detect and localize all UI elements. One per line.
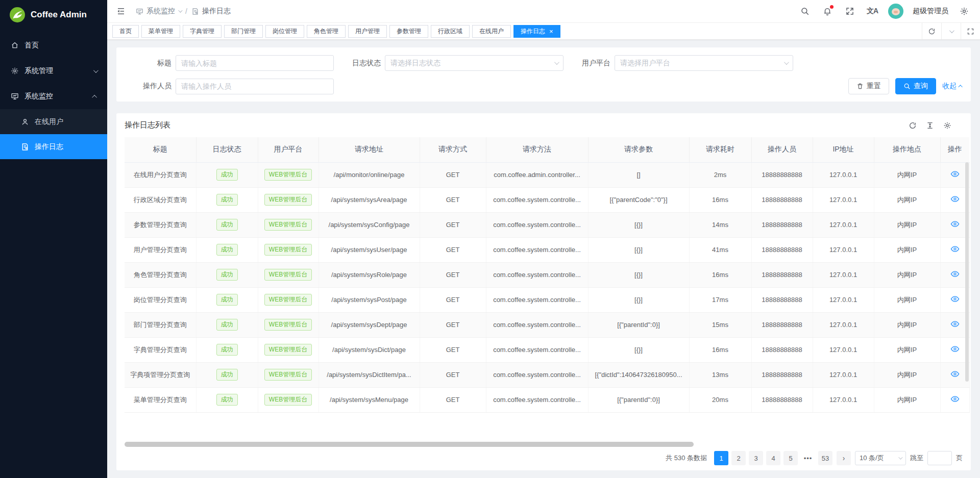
eye-icon[interactable]: [950, 319, 960, 329]
eye-icon[interactable]: [950, 244, 960, 254]
cell-platform: WEB管理后台: [258, 237, 318, 262]
sidebar-menu: 首页 系统管理 系统监控: [0, 30, 107, 478]
page-button[interactable]: 53: [818, 451, 832, 465]
cell-url: /api/system/sysPost/page: [318, 287, 420, 312]
log-icon: [191, 8, 199, 15]
page-button[interactable]: •••: [801, 451, 815, 465]
cell-method: GET: [420, 387, 486, 412]
refresh-icon[interactable]: [908, 120, 918, 131]
logo[interactable]: Coffee Admin: [0, 0, 107, 30]
tab[interactable]: 参数管理 ×: [389, 25, 428, 38]
vertical-scrollbar[interactable]: [965, 162, 969, 382]
breadcrumb-parent[interactable]: 系统监控: [136, 7, 181, 16]
table-row[interactable]: 菜单管理分页查询 成功 WEB管理后台 /api/system/sysMenu/…: [125, 387, 969, 412]
table-row[interactable]: 角色管理分页查询 成功 WEB管理后台 /api/system/sysRole/…: [125, 262, 969, 287]
tab[interactable]: 角色管理 ×: [307, 25, 346, 38]
cell-method: GET: [420, 212, 486, 237]
tab[interactable]: 行政区域 ×: [431, 25, 470, 38]
tab[interactable]: 岗位管理 ×: [265, 25, 304, 38]
title-input[interactable]: [176, 55, 334, 71]
density-icon[interactable]: [925, 120, 935, 131]
eye-icon[interactable]: [950, 219, 960, 229]
cell-duration: 13ms: [689, 362, 751, 387]
page-size-select[interactable]: 10 条/页: [855, 451, 906, 465]
tab[interactable]: 字典管理 ×: [183, 25, 222, 38]
cell-params: [{}]: [588, 287, 689, 312]
table-toolbar: [908, 120, 963, 131]
close-icon[interactable]: ×: [549, 28, 553, 35]
page-button[interactable]: 1: [714, 451, 728, 465]
table-row[interactable]: 字典管理分页查询 成功 WEB管理后台 /api/system/sysDict/…: [125, 337, 969, 362]
sidebar-item-online-users[interactable]: 在线用户: [0, 109, 107, 134]
column-header: 请求方法: [486, 137, 588, 162]
reset-button[interactable]: 重置: [848, 78, 889, 94]
operator-label: 操作人员: [125, 82, 176, 91]
avatar[interactable]: [888, 4, 903, 19]
bell-icon[interactable]: [821, 5, 834, 18]
page-button[interactable]: 2: [731, 451, 746, 465]
sidebar-item-system-monitor[interactable]: 系统监控: [0, 84, 107, 109]
jump-page-input[interactable]: [927, 451, 952, 465]
tab[interactable]: 操作日志 ×: [513, 25, 560, 38]
tab[interactable]: 用户管理 ×: [348, 25, 387, 38]
cell-actions: [940, 387, 969, 412]
sidebar-item-system-management[interactable]: 系统管理: [0, 58, 107, 84]
field-user-platform: 用户平台 请选择用户平台: [564, 55, 793, 71]
eye-icon[interactable]: [950, 294, 960, 304]
sidebar-collapse-icon[interactable]: [114, 5, 128, 18]
cell-location: 内网IP: [874, 337, 940, 362]
table-row[interactable]: 参数管理分页查询 成功 WEB管理后台 /api/system/sysConfi…: [125, 212, 969, 237]
table-row[interactable]: 部门管理分页查询 成功 WEB管理后台 /api/system/sysDept/…: [125, 312, 969, 337]
cell-params: [{"dictId":140647326180950...: [588, 362, 689, 387]
search-icon[interactable]: [798, 5, 812, 18]
tab[interactable]: 首页 ×: [112, 25, 139, 38]
maximize-icon[interactable]: [961, 23, 980, 39]
log-status-select[interactable]: 请选择日志状态: [385, 55, 564, 71]
cell-url: /api/monitor/online/page: [318, 162, 420, 187]
settings-icon[interactable]: [958, 5, 971, 18]
cell-params: [{}]: [588, 237, 689, 262]
sidebar-item-operation-log[interactable]: 操作日志: [0, 134, 107, 159]
cell-platform: WEB管理后台: [258, 337, 318, 362]
cell-operator: 18888888888: [751, 387, 813, 412]
next-page-button[interactable]: ›: [837, 451, 851, 465]
tab[interactable]: 在线用户 ×: [472, 25, 511, 38]
eye-icon[interactable]: [950, 194, 960, 204]
platform-badge: WEB管理后台: [264, 319, 312, 331]
cell-duration: 41ms: [689, 237, 751, 262]
table-row[interactable]: 岗位管理分页查询 成功 WEB管理后台 /api/system/sysPost/…: [125, 287, 969, 312]
cell-operator: 18888888888: [751, 287, 813, 312]
cell-handler: com.coffee.admin.controller...: [486, 162, 588, 187]
table-row[interactable]: 用户管理分页查询 成功 WEB管理后台 /api/system/sysUser/…: [125, 237, 969, 262]
collapse-filters-link[interactable]: 收起: [942, 82, 963, 91]
chevron-down-icon[interactable]: [941, 23, 961, 39]
tab[interactable]: 部门管理 ×: [224, 25, 263, 38]
username[interactable]: 超级管理员: [913, 7, 948, 16]
table-row[interactable]: 字典项管理分页查询 成功 WEB管理后台 /api/system/sysDict…: [125, 362, 969, 387]
cell-ip: 127.0.0.1: [813, 212, 874, 237]
page-button[interactable]: 3: [749, 451, 763, 465]
eye-icon[interactable]: [950, 269, 960, 279]
cell-method: GET: [420, 162, 486, 187]
eye-icon[interactable]: [950, 169, 960, 179]
page-button[interactable]: 4: [766, 451, 780, 465]
fullscreen-icon[interactable]: [843, 5, 856, 18]
translate-icon[interactable]: 文A: [866, 5, 879, 18]
eye-icon[interactable]: [950, 369, 960, 379]
platform-badge: WEB管理后台: [264, 219, 312, 231]
table-row[interactable]: 行政区域分页查询 成功 WEB管理后台 /api/system/sysArea/…: [125, 187, 969, 212]
status-badge: 成功: [216, 194, 238, 206]
eye-icon[interactable]: [950, 394, 960, 404]
refresh-icon[interactable]: [922, 23, 941, 39]
table-row[interactable]: 在线用户分页查询 成功 WEB管理后台 /api/monitor/online/…: [125, 162, 969, 187]
sidebar-item-home[interactable]: 首页: [0, 33, 107, 58]
page-button[interactable]: 5: [783, 451, 798, 465]
tab[interactable]: 菜单管理 ×: [141, 25, 180, 38]
eye-icon[interactable]: [950, 344, 960, 354]
query-button[interactable]: 查询: [895, 78, 936, 94]
settings-icon[interactable]: [942, 120, 952, 131]
operator-input[interactable]: [176, 79, 334, 94]
user-platform-select[interactable]: 请选择用户平台: [615, 55, 793, 71]
trash-icon: [856, 83, 864, 90]
horizontal-scrollbar[interactable]: [125, 442, 694, 447]
